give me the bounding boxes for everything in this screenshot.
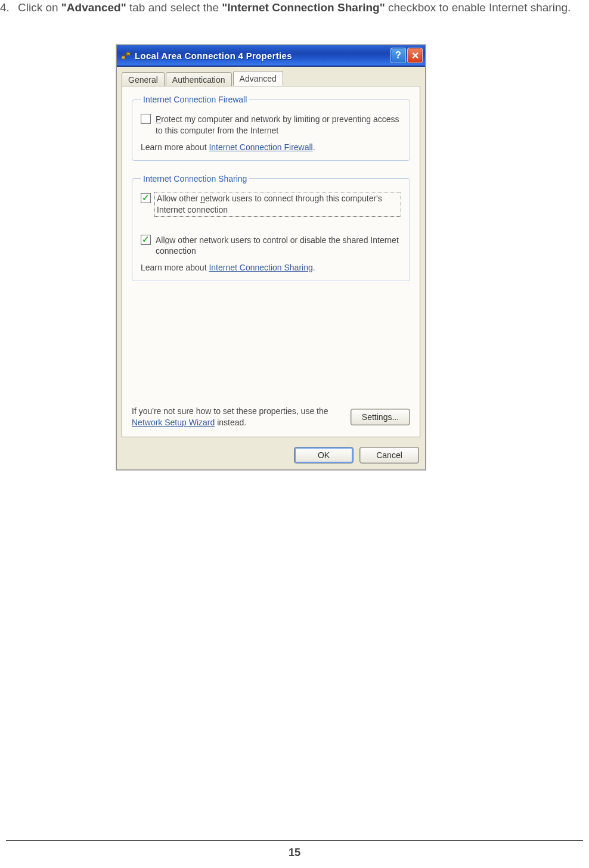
footer-rule [6, 840, 583, 841]
dialog-title: Local Area Connection 4 Properties [135, 51, 389, 61]
checkbox-protect[interactable] [141, 114, 151, 124]
link-network-setup-wizard[interactable]: Network Setup Wizard [132, 418, 215, 427]
instruction-bold2: "Internet Connection Sharing" [222, 1, 385, 14]
titlebar[interactable]: Local Area Connection 4 Properties ? ✕ [117, 45, 425, 67]
close-icon: ✕ [411, 50, 419, 61]
checkbox-row-allow-control[interactable]: Allow other network users to control or … [141, 235, 401, 257]
svg-rect-0 [122, 56, 125, 59]
checkbox-allow-control-label: Allow other network users to control or … [156, 235, 400, 257]
instruction-pre: Click on [18, 1, 61, 14]
group-sharing-legend: Internet Connection Sharing [141, 174, 249, 183]
help-button[interactable]: ? [390, 48, 406, 63]
firewall-learnmore: Learn more about Internet Connection Fir… [141, 142, 401, 152]
help-icon: ? [395, 50, 401, 61]
checkbox-protect-label: Protect my computer and network by limit… [156, 114, 400, 136]
connection-icon [120, 50, 131, 61]
group-firewall-legend: Internet Connection Firewall [141, 95, 249, 104]
checkbox-allow-control[interactable] [141, 235, 151, 245]
link-sharing[interactable]: Internet Connection Sharing [209, 263, 312, 272]
group-firewall: Internet Connection Firewall Protect my … [132, 95, 410, 161]
checkbox-row-allow-connect[interactable]: Allow other network users to connect thr… [141, 193, 401, 216]
tab-row: General Authentication Advanced [117, 67, 425, 86]
dialog-button-row: OK Cancel [117, 442, 425, 469]
checkbox-allow-connect-label: Allow other network users to connect thr… [156, 193, 400, 216]
instruction-text: 4.Click on "Advanced" tab and select the… [0, 0, 578, 15]
instruction-number: 4. [0, 0, 18, 15]
tab-general[interactable]: General [122, 72, 165, 86]
instruction-post: checkbox to enable Internet sharing. [385, 1, 571, 14]
page-number: 15 [0, 847, 589, 859]
instruction-mid: tab and select the [126, 1, 222, 14]
checkbox-allow-connect[interactable] [141, 193, 151, 203]
sharing-learnmore: Learn more about Internet Connection Sha… [141, 263, 401, 272]
settings-button[interactable]: Settings... [351, 409, 410, 425]
link-firewall[interactable]: Internet Connection Firewall [209, 142, 312, 152]
properties-dialog: Local Area Connection 4 Properties ? ✕ G… [116, 45, 426, 470]
ok-button[interactable]: OK [294, 447, 354, 463]
tab-panel-advanced: Internet Connection Firewall Protect my … [122, 86, 420, 437]
instruction-bold1: "Advanced" [61, 1, 126, 14]
checkbox-row-protect[interactable]: Protect my computer and network by limit… [141, 114, 401, 136]
tab-advanced[interactable]: Advanced [233, 71, 283, 86]
wizard-note-row: If you're not sure how to set these prop… [132, 406, 410, 428]
tab-authentication[interactable]: Authentication [166, 72, 232, 86]
cancel-button[interactable]: Cancel [359, 447, 419, 463]
wizard-note-text: If you're not sure how to set these prop… [132, 406, 343, 428]
close-button[interactable]: ✕ [407, 48, 423, 63]
group-sharing: Internet Connection Sharing Allow other … [132, 174, 410, 282]
